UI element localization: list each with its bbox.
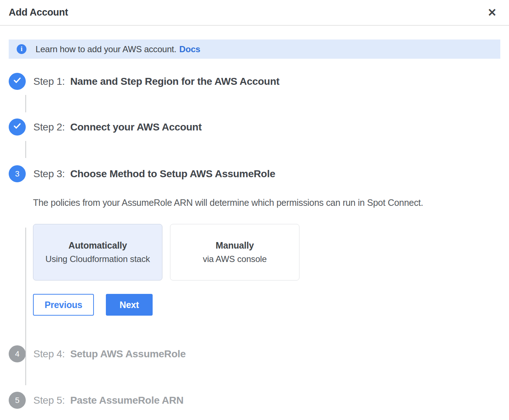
option-card-automatically[interactable]: Automatically Using Cloudformation stack xyxy=(33,224,162,280)
step-2-circle xyxy=(9,118,26,136)
option-title: Manually xyxy=(216,240,254,251)
modal-title: Add Account xyxy=(9,7,68,18)
step-3-texts: Step 3: Choose Method to Setup AWS Assum… xyxy=(33,168,275,180)
step-2-texts: Step 2: Connect your AWS Account xyxy=(33,121,202,133)
modal-header: Add Account ✕ xyxy=(0,0,509,26)
step-4-title: Setup AWS AssumeRole xyxy=(70,348,186,360)
modal-body: i Learn how to add your AWS account.Docs… xyxy=(0,39,509,409)
step-1-label: Step 1: xyxy=(33,76,65,87)
step-5-circle: 5 xyxy=(9,392,26,409)
step-3-content: The policies from your AssumeRole ARN wi… xyxy=(33,197,500,316)
info-icon: i xyxy=(17,44,26,54)
check-icon xyxy=(13,76,22,87)
step-5-label: Step 5: xyxy=(33,395,65,406)
option-title: Automatically xyxy=(69,240,127,251)
option-subtitle: Using Cloudformation stack xyxy=(45,254,150,264)
step-4-texts: Step 4: Setup AWS AssumeRole xyxy=(33,348,186,360)
method-option-cards: Automatically Using Cloudformation stack… xyxy=(33,224,500,280)
step-3-description: The policies from your AssumeRole ARN wi… xyxy=(33,197,500,208)
step-3-circle: 3 xyxy=(9,165,26,182)
step-5-title: Paste AssumeRole ARN xyxy=(70,395,183,406)
docs-link[interactable]: Docs xyxy=(179,44,200,54)
step-row-2: Step 2: Connect your AWS Account xyxy=(9,118,500,136)
step-3-title: Choose Method to Setup AWS AssumeRole xyxy=(70,168,276,180)
step-row-4: 4 Step 4: Setup AWS AssumeRole xyxy=(9,345,500,362)
step-4-label: Step 4: xyxy=(33,348,65,360)
connector-3-4 xyxy=(25,228,26,382)
check-icon xyxy=(13,121,22,133)
banner-text: Learn how to add your AWS account. xyxy=(36,44,177,54)
add-account-modal: Add Account ✕ i Learn how to add your AW… xyxy=(0,0,509,420)
wizard-buttons: Previous Next xyxy=(33,294,500,316)
close-icon[interactable]: ✕ xyxy=(486,6,498,20)
connector-2-3 xyxy=(25,141,26,158)
step-5-texts: Step 5: Paste AssumeRole ARN xyxy=(33,395,183,406)
info-banner: i Learn how to add your AWS account.Docs xyxy=(9,39,500,59)
option-subtitle: via AWS console xyxy=(203,254,266,264)
step-4-circle: 4 xyxy=(9,345,26,362)
step-3-label: Step 3: xyxy=(33,168,65,180)
step-row-1: Step 1: Name and Step Region for the AWS… xyxy=(9,73,500,90)
step-1-texts: Step 1: Name and Step Region for the AWS… xyxy=(33,76,280,87)
step-1-title: Name and Step Region for the AWS Account xyxy=(70,76,280,87)
next-button[interactable]: Next xyxy=(106,294,153,316)
banner-text-wrap: Learn how to add your AWS account.Docs xyxy=(36,44,200,54)
step-2-label: Step 2: xyxy=(33,121,65,133)
connector-1-2 xyxy=(25,95,26,112)
step-row-5: 5 Step 5: Paste AssumeRole ARN xyxy=(9,392,500,409)
step-2-title: Connect your AWS Account xyxy=(70,121,202,133)
step-3-block: 3 Step 3: Choose Method to Setup AWS Ass… xyxy=(9,165,500,316)
step-row-3: 3 Step 3: Choose Method to Setup AWS Ass… xyxy=(9,165,500,182)
option-card-manually[interactable]: Manually via AWS console xyxy=(170,224,299,280)
previous-button[interactable]: Previous xyxy=(33,294,94,316)
step-1-circle xyxy=(9,73,26,90)
